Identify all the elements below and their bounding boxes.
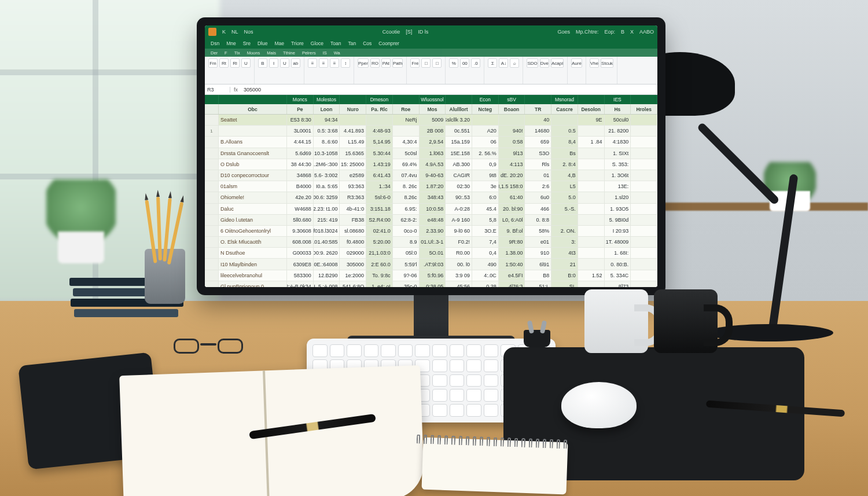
submenu-item[interactable]: Tthine <box>283 50 295 56</box>
cell[interactable]: 2101.40:585 <box>314 237 340 248</box>
table-row[interactable]: Gl punBnrionoun 02:A-B.0k344L.5.:A.00854… <box>205 281 657 287</box>
cell[interactable]: e2589 <box>340 170 366 181</box>
cell[interactable] <box>631 248 657 259</box>
row-number[interactable] <box>205 215 219 226</box>
ribbon-button[interactable]: ab <box>291 58 300 68</box>
row-label-cell[interactable]: D10 conpecorroctour <box>219 170 287 181</box>
row-number[interactable] <box>205 237 219 248</box>
titlebar-right[interactable]: Eop: <box>604 29 615 35</box>
cell[interactable]: B8 <box>525 270 551 281</box>
column-group-header[interactable] <box>340 95 366 104</box>
column-header[interactable]: Loon <box>314 104 340 114</box>
cell[interactable]: 3e <box>472 181 499 192</box>
ribbon-button[interactable]: RO <box>370 58 380 68</box>
cell[interactable] <box>631 148 657 159</box>
ribbon-button[interactable]: Fre <box>410 58 420 68</box>
cell[interactable]: 5.0 <box>551 192 578 203</box>
cell[interactable]: 4.9A.53 <box>420 159 446 170</box>
titlebar-right[interactable]: Goes <box>557 29 570 35</box>
column-group-header[interactable]: Econ <box>472 95 499 104</box>
cell[interactable] <box>631 270 657 281</box>
ribbon-button[interactable]: □ <box>432 58 442 68</box>
cell[interactable]: 3O.E <box>472 226 499 237</box>
ribbon-button[interactable]: % <box>449 58 458 68</box>
ribbon-button[interactable]: .0 <box>471 58 480 68</box>
row-number[interactable] <box>205 204 219 215</box>
cell[interactable]: W4688 <box>287 204 314 215</box>
cell[interactable] <box>631 137 657 148</box>
cell[interactable]: 5009 <box>420 115 446 126</box>
cell[interactable]: 1.sl20 <box>605 192 631 203</box>
cell[interactable]: 1.52 <box>578 270 605 281</box>
cell[interactable]: 15.6365 <box>340 148 366 159</box>
cell[interactable]: 608.008 <box>287 237 314 248</box>
ribbon-button[interactable]: Fm <box>208 58 218 68</box>
cell[interactable] <box>631 226 657 237</box>
column-group-header[interactable]: Moncs <box>287 95 314 104</box>
cell[interactable]: 01 <box>525 170 551 181</box>
cell[interactable]: O0:9. 2620 <box>314 248 340 259</box>
cell[interactable]: Bs <box>551 148 578 159</box>
column-group-header[interactable] <box>446 95 472 104</box>
cell[interactable]: 8..6:60 <box>314 137 340 148</box>
cell[interactable]: 1. SIXt <box>605 148 631 159</box>
submenu-item[interactable]: Tlx <box>234 50 240 56</box>
row-label-cell[interactable]: lileecelvebranohul <box>219 270 287 281</box>
submenu-item[interactable]: Mais <box>267 50 276 56</box>
menu-item[interactable]: Dlue <box>258 41 267 46</box>
column-group-header[interactable]: Wluossnol <box>420 95 446 104</box>
cell[interactable]: dE. 20:20 <box>499 170 525 181</box>
cell[interactable]: 6.9S: <box>393 204 420 215</box>
cell[interactable]: 01.Ul:.3-1 <box>420 237 446 248</box>
cell[interactable]: 2. ON. <box>551 226 578 237</box>
cell[interactable]: A20 <box>472 126 499 137</box>
spreadsheet-grid[interactable]: SeattetE53 8:3094:34NeRj5009Gslcllk 3.20… <box>205 115 657 287</box>
cell[interactable]: 12.B290 <box>314 270 340 281</box>
cell[interactable]: 0. 80:B. <box>605 259 631 270</box>
cell[interactable]: 3:151.18 <box>366 204 393 215</box>
cell[interactable]: 4L.5.:A.008 <box>314 281 340 287</box>
ribbon-button[interactable]: ≡ <box>330 58 339 68</box>
cell[interactable]: E53 8:30 <box>287 115 314 126</box>
ribbon-button[interactable]: I <box>269 58 278 68</box>
cell[interactable]: 5,14.95 <box>366 137 393 148</box>
cell[interactable]: e4.5FI <box>499 270 525 281</box>
cell[interactable]: F0.2! <box>446 237 472 248</box>
row-label-cell[interactable]: Gl punBnrionoun 0 <box>219 281 287 287</box>
ribbon-button[interactable]: A↓ <box>499 58 508 68</box>
cell[interactable]: 2.23: t1.00 <box>314 204 340 215</box>
cell[interactable]: I 20:93 <box>605 226 631 237</box>
cell[interactable]: Gslcllk 3.20 <box>446 115 472 126</box>
ribbon-button[interactable]: Stcuk <box>601 58 613 68</box>
cell[interactable]: 4.41.893 <box>340 126 366 137</box>
cell[interactable]: 5ll0.680 <box>287 215 314 226</box>
column-header[interactable]: Desolon <box>578 104 605 114</box>
cell[interactable]: 5.6d69 <box>287 148 314 159</box>
cell[interactable]: 00.6: 3259 <box>314 192 340 203</box>
row-label-cell[interactable]: 01alsm <box>219 181 287 192</box>
cell[interactable]: 8.26c <box>393 192 420 203</box>
row-label-cell[interactable]: B.Alloans <box>219 137 287 148</box>
cell[interactable] <box>631 181 657 192</box>
submenu-item[interactable]: Moons <box>247 50 260 56</box>
row-label-cell[interactable]: O Dslub <box>219 159 287 170</box>
cell[interactable]: 4:.0C <box>472 270 499 281</box>
cell[interactable] <box>578 215 605 226</box>
cell[interactable]: S3O <box>525 148 551 159</box>
cell[interactable] <box>551 115 578 126</box>
row-number[interactable] <box>205 259 219 270</box>
cell[interactable]: 94:34 <box>314 115 340 126</box>
cell[interactable]: 0.5 <box>551 126 578 137</box>
cell[interactable]: 4,30:4 <box>393 137 420 148</box>
cell[interactable]: L15.49 <box>340 137 366 148</box>
cell[interactable]: 5O.01 <box>420 248 446 259</box>
cell[interactable]: 5.30:44 <box>366 148 393 159</box>
cell[interactable]: 2. 8:4 <box>551 159 578 170</box>
cell[interactable] <box>578 192 605 203</box>
cell[interactable]: FB38 <box>340 215 366 226</box>
ribbon-button[interactable]: Dve <box>540 58 549 68</box>
cell[interactable]: L0, 6:A0l <box>499 215 525 226</box>
titlebar-right[interactable]: AABO <box>639 29 654 35</box>
cell[interactable]: 940! <box>499 126 525 137</box>
cell[interactable]: 15E.158 <box>446 148 472 159</box>
